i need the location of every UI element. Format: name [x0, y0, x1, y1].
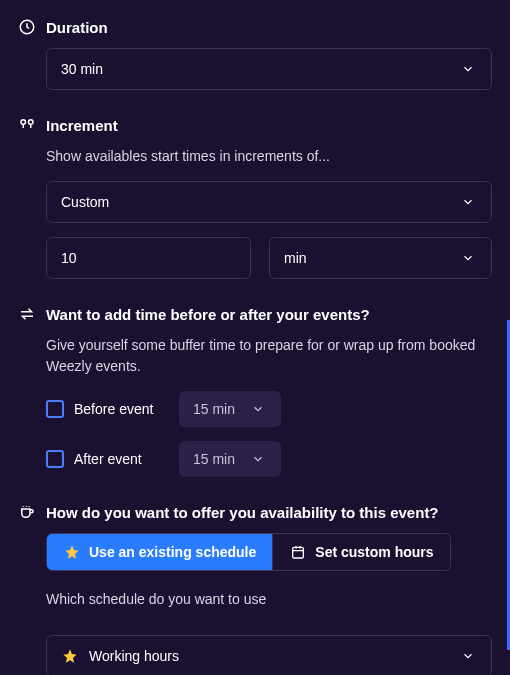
buffer-subtext: Give yourself some buffer time to prepar…	[46, 335, 492, 377]
buffer-section: Want to add time before or after your ev…	[18, 305, 492, 477]
svg-point-2	[29, 120, 34, 125]
increment-type-selected: Custom	[61, 194, 109, 210]
increment-type-select[interactable]: Custom	[46, 181, 492, 223]
increment-unit-selected: min	[284, 250, 307, 266]
chevron-down-icon	[249, 450, 267, 468]
schedule-select[interactable]: Working hours	[46, 635, 492, 675]
star-icon	[61, 647, 79, 665]
duration-section: Duration 30 min	[18, 18, 492, 90]
buffer-header: Want to add time before or after your ev…	[18, 305, 492, 323]
duration-selected: 30 min	[61, 61, 103, 77]
after-event-row: After event 15 min	[46, 441, 492, 477]
after-event-duration-select[interactable]: 15 min	[179, 441, 281, 477]
calendar-icon	[289, 543, 307, 561]
increment-label: Increment	[46, 117, 118, 134]
chevron-down-icon	[459, 60, 477, 78]
tab-existing-label: Use an existing schedule	[89, 544, 256, 560]
buffer-label: Want to add time before or after your ev…	[46, 306, 370, 323]
increment-value-input[interactable]	[46, 237, 251, 279]
before-event-row: Before event 15 min	[46, 391, 492, 427]
svg-rect-3	[293, 547, 304, 558]
availability-header: How do you want to offer you availabilit…	[18, 503, 492, 521]
which-schedule-label: Which schedule do you want to use	[46, 591, 492, 607]
increment-unit-select[interactable]: min	[269, 237, 492, 279]
swap-arrows-icon	[18, 305, 36, 323]
sliders-icon	[18, 116, 36, 134]
clock-icon	[18, 18, 36, 36]
tab-existing-schedule[interactable]: Use an existing schedule	[47, 534, 272, 570]
after-event-checkbox[interactable]	[46, 450, 64, 468]
before-event-checkbox-wrap[interactable]: Before event	[46, 400, 161, 418]
increment-header: Increment	[18, 116, 492, 134]
after-event-value: 15 min	[193, 451, 235, 467]
availability-section: How do you want to offer you availabilit…	[18, 503, 492, 675]
tab-custom-label: Set custom hours	[315, 544, 433, 560]
star-icon	[63, 543, 81, 561]
cup-icon	[18, 503, 36, 521]
increment-subtext: Show availables start times in increment…	[46, 146, 492, 167]
after-event-label: After event	[74, 451, 142, 467]
before-event-duration-select[interactable]: 15 min	[179, 391, 281, 427]
before-event-value: 15 min	[193, 401, 235, 417]
svg-point-1	[21, 120, 26, 125]
tab-custom-hours[interactable]: Set custom hours	[273, 534, 449, 570]
availability-label: How do you want to offer you availabilit…	[46, 504, 439, 521]
duration-header: Duration	[18, 18, 492, 36]
duration-label: Duration	[46, 19, 108, 36]
duration-select[interactable]: 30 min	[46, 48, 492, 90]
increment-section: Increment Show availables start times in…	[18, 116, 492, 279]
chevron-down-icon	[459, 249, 477, 267]
after-event-checkbox-wrap[interactable]: After event	[46, 450, 161, 468]
schedule-selected: Working hours	[89, 648, 179, 664]
chevron-down-icon	[459, 647, 477, 665]
before-event-label: Before event	[74, 401, 153, 417]
availability-tabs: Use an existing schedule Set custom hour…	[46, 533, 451, 571]
chevron-down-icon	[459, 193, 477, 211]
chevron-down-icon	[249, 400, 267, 418]
before-event-checkbox[interactable]	[46, 400, 64, 418]
